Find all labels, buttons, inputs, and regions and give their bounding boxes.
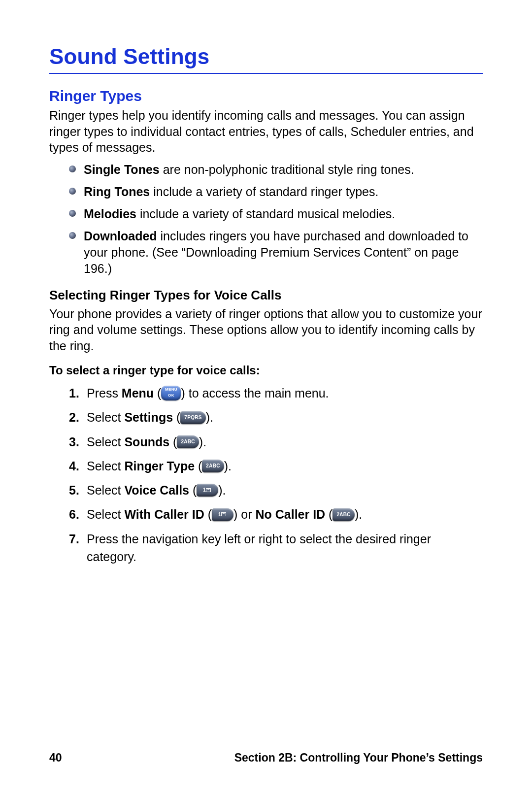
- term: Ring Tones: [84, 185, 150, 199]
- manual-page: Sound Settings Ringer Types Ringer types…: [0, 0, 532, 565]
- key-2-icon: 2ABC: [332, 508, 354, 521]
- step-bold: Menu: [122, 386, 154, 400]
- bullet-text: include a variety of standard musical me…: [136, 207, 395, 221]
- step-text: Select: [87, 435, 124, 449]
- step-bold: Sounds: [124, 435, 169, 449]
- page-number: 40: [49, 751, 62, 765]
- step: Press Menu (MENUOK) to access the main m…: [70, 384, 483, 402]
- list-item: Downloaded includes ringers you have pur…: [70, 228, 483, 277]
- step-bold: With Caller ID: [124, 507, 204, 521]
- term: Single Tones: [84, 163, 160, 176]
- step-text: Select: [87, 483, 124, 497]
- list-item: Single Tones are non-polyphonic traditio…: [70, 162, 483, 178]
- term: Melodies: [84, 207, 136, 221]
- step-text: Select: [87, 410, 124, 424]
- term: Downloaded: [84, 229, 157, 243]
- bullet-text: are non-polyphonic traditional style rin…: [160, 163, 414, 176]
- step: Select Sounds (2ABC).: [70, 433, 483, 451]
- step: Select With Caller ID (1) or No Caller I…: [70, 505, 483, 523]
- step-bold: Voice Calls: [124, 483, 189, 497]
- step-text: Select: [87, 507, 124, 521]
- intro-paragraph: Ringer types help you identify incoming …: [49, 107, 483, 156]
- key-2-icon: 2ABC: [177, 435, 199, 448]
- procedure-lead-in: To select a ringer type for voice calls:: [49, 364, 483, 377]
- subhead-ringer-types: Ringer Types: [49, 88, 483, 104]
- subsub-selecting-ringer-types: Selecting Ringer Types for Voice Calls: [49, 288, 483, 303]
- bullet-text: include a variety of standard ringer typ…: [150, 185, 378, 199]
- step-text: Select: [87, 459, 124, 473]
- page-footer: 40 Section 2B: Controlling Your Phone’s …: [49, 751, 483, 765]
- step-text: Press the navigation key left or right t…: [87, 532, 431, 564]
- step: Press the navigation key left or right t…: [70, 530, 483, 566]
- step: Select Voice Calls (1).: [70, 481, 483, 499]
- subsub-intro: Your phone provides a variety of ringer …: [49, 306, 483, 354]
- page-title: Sound Settings: [49, 44, 483, 69]
- envelope-icon: [206, 488, 211, 492]
- key-7-icon: 7PQRS: [180, 411, 205, 424]
- section-label: Section 2B: Controlling Your Phone’s Set…: [234, 751, 483, 765]
- step-text: or: [237, 507, 255, 521]
- ringer-type-bullet-list: Single Tones are non-polyphonic traditio…: [49, 162, 483, 277]
- list-item: Ring Tones include a variety of standard…: [70, 184, 483, 200]
- step-text: Press: [87, 386, 122, 400]
- step-bold: No Caller ID: [255, 507, 325, 521]
- menu-ok-key-icon: MENUOK: [161, 386, 181, 400]
- key-1-icon: 1: [212, 508, 233, 521]
- step-text: to access the main menu.: [189, 386, 329, 400]
- title-rule: [49, 73, 483, 74]
- step: Select Ringer Type (2ABC).: [70, 457, 483, 475]
- procedure-steps: Press Menu (MENUOK) to access the main m…: [49, 384, 483, 565]
- step-bold: Settings: [124, 410, 173, 424]
- step-bold: Ringer Type: [124, 459, 195, 473]
- key-1-icon: 1: [197, 484, 218, 497]
- key-2-icon: 2ABC: [202, 460, 224, 472]
- envelope-icon: [221, 512, 226, 516]
- step: Select Settings (7PQRS).: [70, 408, 483, 426]
- list-item: Melodies include a variety of standard m…: [70, 206, 483, 222]
